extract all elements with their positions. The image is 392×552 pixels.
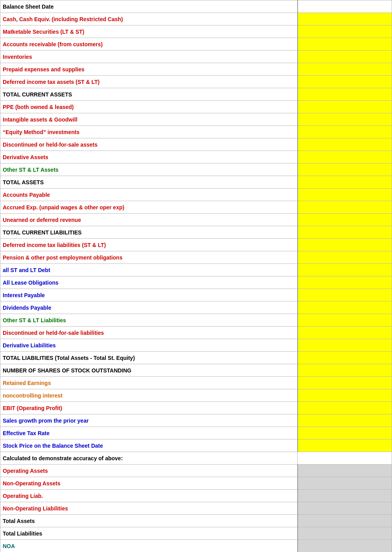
table-row: Pension & other post employment obligati… <box>0 251 392 264</box>
table-row: Sales growth prom the prior year <box>0 414 392 427</box>
table-row: Discontinued or held-for-sale liabilitie… <box>0 327 392 339</box>
row-value[interactable] <box>298 427 392 439</box>
table-row: Prepaid expenses and supplies <box>0 63 392 76</box>
row-value[interactable] <box>298 0 392 13</box>
row-value[interactable] <box>298 151 392 163</box>
row-label: Interest Payable <box>0 289 298 301</box>
row-label: Deferred income tax liabilities (ST & LT… <box>0 239 298 251</box>
table-row: Non-Operating Assets <box>0 477 392 490</box>
table-row: Retained Earnings <box>0 377 392 389</box>
table-row: Unearned or deferred revenue <box>0 214 392 226</box>
row-value[interactable] <box>298 113 392 126</box>
row-value[interactable] <box>298 239 392 251</box>
table-row: Dividends Payable <box>0 301 392 314</box>
table-row: Matketable Securities (LT & ST) <box>0 25 392 38</box>
row-value[interactable] <box>298 251 392 264</box>
row-value[interactable] <box>298 163 392 176</box>
table-row: Total Assets <box>0 515 392 527</box>
table-row: “Equity Method” investments <box>0 126 392 138</box>
row-label: Cash, Cash Equiv. (including Restricted … <box>0 13 298 25</box>
table-row: Deferred income tax liabilities (ST & LT… <box>0 239 392 251</box>
row-label: Inventories <box>0 51 298 63</box>
row-label: Unearned or deferred revenue <box>0 214 298 226</box>
table-row: TOTAL LIABILITIES (Total Assets - Total … <box>0 352 392 364</box>
table-row: Operating Liab. <box>0 490 392 502</box>
row-value[interactable] <box>298 352 392 364</box>
table-row: NUMBER OF SHARES OF STOCK OUTSTANDING <box>0 364 392 377</box>
row-label: Discontinued or held-for-sale assets <box>0 138 298 151</box>
row-label: Discontinued or held-for-sale liabilitie… <box>0 327 298 339</box>
row-label: Other ST & LT Assets <box>0 163 298 176</box>
row-label: Pension & other post employment obligati… <box>0 251 298 264</box>
row-value[interactable] <box>298 515 392 527</box>
row-value[interactable] <box>298 88 392 101</box>
row-value[interactable] <box>298 301 392 314</box>
row-label: TOTAL CURRENT LIABILITIES <box>0 226 298 239</box>
row-value[interactable] <box>298 339 392 352</box>
balance-sheet-table: Balance Sheet DateCash, Cash Equiv. (inc… <box>0 0 392 552</box>
table-row: all ST and LT Debt <box>0 264 392 276</box>
table-row: Derivative Assets <box>0 151 392 163</box>
row-value[interactable] <box>298 414 392 427</box>
row-value[interactable] <box>298 377 392 389</box>
row-label: PPE (both owned & leased) <box>0 101 298 113</box>
row-value[interactable] <box>298 314 392 327</box>
table-row: Stock Price on the Balance Sheet Date <box>0 439 392 452</box>
row-label: Operating Assets <box>0 465 298 477</box>
row-label: Accrued Exp. (unpaid wages & other oper … <box>0 201 298 214</box>
row-value[interactable] <box>298 540 392 552</box>
row-label: NUMBER OF SHARES OF STOCK OUTSTANDING <box>0 364 298 377</box>
table-row: noncontrolling interest <box>0 389 392 402</box>
table-row: NOA <box>0 540 392 552</box>
row-value[interactable] <box>298 264 392 276</box>
row-value[interactable] <box>298 226 392 239</box>
table-row: Balance Sheet Date <box>0 0 392 13</box>
row-value[interactable] <box>298 101 392 113</box>
row-value[interactable] <box>298 126 392 138</box>
row-label: Calculated to demonstrate accuracy of ab… <box>0 452 298 465</box>
row-label: Other ST & LT Liabilities <box>0 314 298 327</box>
table-row: Other ST & LT Assets <box>0 163 392 176</box>
row-label: Deferred income tax assets (ST & LT) <box>0 76 298 88</box>
table-row: Other ST & LT Liabilities <box>0 314 392 327</box>
row-label: Derivative Assets <box>0 151 298 163</box>
row-value[interactable] <box>298 327 392 339</box>
row-value[interactable] <box>298 502 392 515</box>
row-label: Prepaid expenses and supplies <box>0 63 298 76</box>
row-label: TOTAL CURRENT ASSETS <box>0 88 298 101</box>
row-value[interactable] <box>298 364 392 377</box>
row-label: Derivative Liabilities <box>0 339 298 352</box>
row-value[interactable] <box>298 201 392 214</box>
row-value[interactable] <box>298 276 392 289</box>
table-row: Effective Tax Rate <box>0 427 392 439</box>
row-value[interactable] <box>298 51 392 63</box>
row-value[interactable] <box>298 76 392 88</box>
row-label: “Equity Method” investments <box>0 126 298 138</box>
row-value[interactable] <box>298 13 392 25</box>
row-value[interactable] <box>298 176 392 189</box>
row-value[interactable] <box>298 402 392 414</box>
table-row: TOTAL CURRENT LIABILITIES <box>0 226 392 239</box>
row-value[interactable] <box>298 527 392 540</box>
row-value[interactable] <box>298 490 392 502</box>
row-label: Balance Sheet Date <box>0 0 298 13</box>
row-value[interactable] <box>298 389 392 402</box>
table-row: Calculated to demonstrate accuracy of ab… <box>0 452 392 465</box>
table-row: All Lease Obligations <box>0 276 392 289</box>
row-value[interactable] <box>298 465 392 477</box>
row-value[interactable] <box>298 289 392 301</box>
row-label: All Lease Obligations <box>0 276 298 289</box>
row-value[interactable] <box>298 25 392 38</box>
row-value[interactable] <box>298 138 392 151</box>
table-row: Discontinued or held-for-sale assets <box>0 138 392 151</box>
table-row: PPE (both owned & leased) <box>0 101 392 113</box>
table-row: EBIT (Operating Profit) <box>0 402 392 414</box>
row-value[interactable] <box>298 189 392 201</box>
row-value[interactable] <box>298 38 392 51</box>
row-value[interactable] <box>298 452 392 465</box>
row-value[interactable] <box>298 214 392 226</box>
row-value[interactable] <box>298 63 392 76</box>
row-value[interactable] <box>298 477 392 490</box>
table-row: Non-Operating Liabilities <box>0 502 392 515</box>
row-value[interactable] <box>298 439 392 452</box>
